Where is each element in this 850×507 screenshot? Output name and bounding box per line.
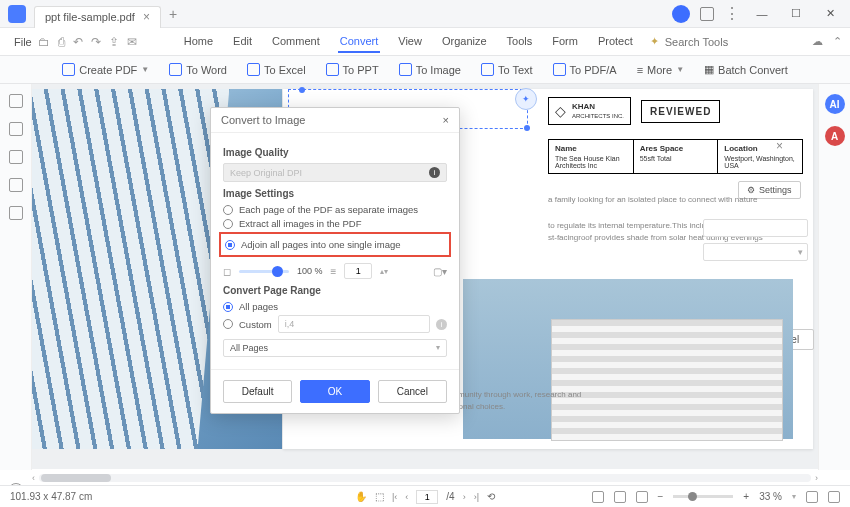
batch-convert-button[interactable]: ▦Batch Convert bbox=[700, 61, 792, 78]
tab-title: ppt file-sample.pdf bbox=[45, 11, 135, 23]
tab-organize[interactable]: Organize bbox=[440, 31, 489, 53]
selection-handle[interactable] bbox=[299, 87, 305, 93]
tab-protect[interactable]: Protect bbox=[596, 31, 635, 53]
text-icon bbox=[481, 63, 494, 76]
to-word-button[interactable]: To Word bbox=[165, 61, 231, 78]
view-mode-2-icon[interactable] bbox=[614, 491, 626, 503]
redo-icon[interactable]: ↷ bbox=[91, 35, 101, 49]
collapse-ribbon-icon[interactable]: ⌃ bbox=[833, 35, 842, 48]
new-tab-button[interactable]: + bbox=[169, 6, 177, 22]
hand-tool-icon[interactable]: ✋ bbox=[355, 491, 367, 502]
titlebar: ppt file-sample.pdf × + ⋮ — ☐ ✕ bbox=[0, 0, 850, 28]
close-tab-icon[interactable]: × bbox=[143, 10, 150, 24]
prev-page-icon[interactable]: ‹ bbox=[405, 492, 408, 502]
share-icon[interactable]: ⇪ bbox=[109, 35, 119, 49]
scrollbar-thumb[interactable] bbox=[41, 474, 111, 482]
cancel-button[interactable]: Cancel bbox=[378, 380, 447, 403]
cloud-icon[interactable]: ☁ bbox=[812, 35, 823, 48]
horizontal-scrollbar[interactable]: ‹ › bbox=[28, 471, 822, 485]
tab-view[interactable]: View bbox=[396, 31, 424, 53]
mail-icon[interactable]: ✉ bbox=[127, 35, 137, 49]
next-page-icon[interactable]: › bbox=[463, 492, 466, 502]
last-page-icon[interactable]: ›| bbox=[474, 492, 479, 502]
dpi-field[interactable]: Keep Original DPI i bbox=[223, 163, 447, 182]
zoom-percent: 33 % bbox=[759, 491, 782, 502]
first-page-icon[interactable]: |‹ bbox=[392, 492, 397, 502]
fullscreen-icon[interactable] bbox=[828, 491, 840, 503]
page-select-dropdown[interactable]: All Pages▾ bbox=[223, 339, 447, 357]
option-adjoin-pages[interactable]: Adjoin all pages into one single image bbox=[225, 239, 445, 250]
view-mode-1-icon[interactable] bbox=[592, 491, 604, 503]
pdf-tool-icon[interactable]: A bbox=[825, 126, 845, 146]
zoom-caret-icon[interactable]: ▾ bbox=[792, 492, 796, 501]
reflow-icon[interactable]: ⟲ bbox=[487, 491, 495, 502]
to-pdfa-button[interactable]: To PDF/A bbox=[549, 61, 621, 78]
view-mode-3-icon[interactable] bbox=[636, 491, 648, 503]
zoom-out-icon[interactable]: − bbox=[658, 491, 664, 502]
option-each-page[interactable]: Each page of the PDF as separate images bbox=[223, 204, 447, 215]
to-excel-button[interactable]: To Excel bbox=[243, 61, 310, 78]
zoom-slider[interactable] bbox=[239, 270, 289, 273]
tab-edit[interactable]: Edit bbox=[231, 31, 254, 53]
select-tool-icon[interactable]: ⬚ bbox=[375, 491, 384, 502]
file-menu[interactable]: File bbox=[8, 32, 38, 52]
info-table: NameThe Sea House Kian Architects Inc Ar… bbox=[548, 139, 803, 174]
output-icon[interactable]: ▢▾ bbox=[433, 266, 447, 277]
crop-icon[interactable]: ◻ bbox=[223, 266, 231, 277]
tab-convert[interactable]: Convert bbox=[338, 31, 381, 53]
titlebar-extra-icon[interactable] bbox=[700, 7, 714, 21]
option-custom-range[interactable]: Custom i,4 i bbox=[223, 315, 447, 333]
search-tools-input[interactable] bbox=[665, 36, 755, 48]
ok-button[interactable]: OK bbox=[300, 380, 369, 403]
attachments-icon[interactable] bbox=[9, 178, 23, 192]
comments-icon[interactable] bbox=[9, 150, 23, 164]
user-avatar[interactable] bbox=[672, 5, 690, 23]
save-icon[interactable]: 🗀 bbox=[38, 35, 50, 49]
ai-assistant-icon[interactable]: AI bbox=[825, 94, 845, 114]
close-window-button[interactable]: ✕ bbox=[818, 2, 842, 26]
tab-tools[interactable]: Tools bbox=[505, 31, 535, 53]
scroll-left-icon[interactable]: ‹ bbox=[28, 473, 39, 483]
zoom-slider[interactable] bbox=[673, 495, 733, 498]
fit-width-icon[interactable] bbox=[806, 491, 818, 503]
magic-wand-icon[interactable]: ✦ bbox=[650, 35, 659, 48]
default-button[interactable]: Default bbox=[223, 380, 292, 403]
dialog-close-icon[interactable]: × bbox=[443, 114, 449, 126]
thumbnails-icon[interactable] bbox=[9, 94, 23, 108]
fields-icon[interactable] bbox=[9, 206, 23, 220]
ai-badge-icon[interactable]: ✦ bbox=[515, 88, 537, 110]
zoom-in-icon[interactable]: + bbox=[743, 491, 749, 502]
selection-handle[interactable] bbox=[524, 125, 530, 131]
undo-icon[interactable]: ↶ bbox=[73, 35, 83, 49]
scroll-right-icon[interactable]: › bbox=[811, 473, 822, 483]
left-sidebar bbox=[0, 84, 32, 470]
form-field[interactable] bbox=[703, 219, 808, 237]
image-quality-label: Image Quality bbox=[223, 147, 447, 158]
info-icon[interactable]: i bbox=[436, 319, 447, 330]
more-button[interactable]: ≡More▼ bbox=[633, 62, 688, 78]
option-extract-images[interactable]: Extract all images in the PDF bbox=[223, 218, 447, 229]
stepper-icon[interactable]: ▴▾ bbox=[380, 267, 388, 276]
main-tabs: Home Edit Comment Convert View Organize … bbox=[182, 31, 635, 53]
to-text-button[interactable]: To Text bbox=[477, 61, 537, 78]
align-icon[interactable]: ≡ bbox=[331, 266, 337, 277]
document-tab[interactable]: ppt file-sample.pdf × bbox=[34, 6, 161, 28]
create-pdf-button[interactable]: Create PDF▼ bbox=[58, 61, 153, 78]
form-field[interactable]: ▾ bbox=[703, 243, 808, 261]
to-ppt-button[interactable]: To PPT bbox=[322, 61, 383, 78]
radio-icon bbox=[223, 302, 233, 312]
bookmarks-icon[interactable] bbox=[9, 122, 23, 136]
tab-form[interactable]: Form bbox=[550, 31, 580, 53]
maximize-button[interactable]: ☐ bbox=[784, 2, 808, 26]
kebab-menu-icon[interactable]: ⋮ bbox=[724, 4, 740, 23]
info-icon[interactable]: i bbox=[429, 167, 440, 178]
option-all-pages[interactable]: All pages bbox=[223, 301, 447, 312]
to-image-button[interactable]: To Image bbox=[395, 61, 465, 78]
page-count-input[interactable] bbox=[344, 263, 372, 279]
tab-home[interactable]: Home bbox=[182, 31, 215, 53]
print-icon[interactable]: ⎙ bbox=[58, 35, 65, 49]
minimize-button[interactable]: — bbox=[750, 2, 774, 26]
custom-range-input[interactable]: i,4 bbox=[278, 315, 430, 333]
page-number-input[interactable] bbox=[416, 490, 438, 504]
tab-comment[interactable]: Comment bbox=[270, 31, 322, 53]
